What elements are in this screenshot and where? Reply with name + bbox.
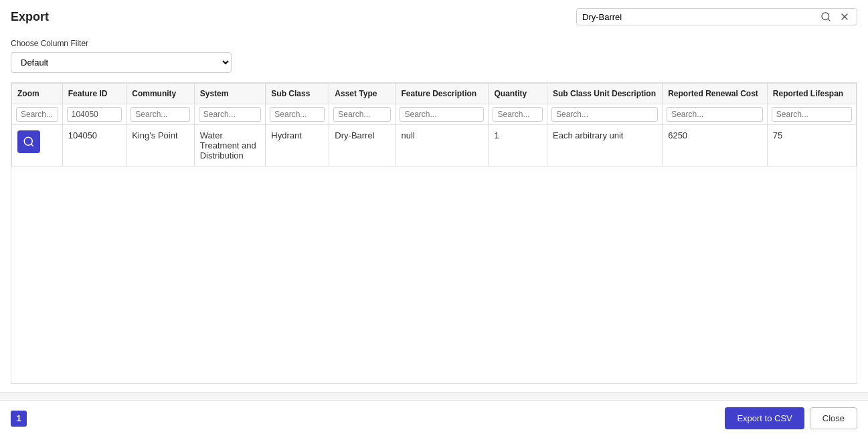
cell-asset-type: Dry-Barrel	[329, 125, 396, 167]
modal-footer: 1 Export to CSV Close	[0, 400, 868, 436]
search-reported-renewal-cost[interactable]	[667, 107, 763, 122]
table-header-row: Zoom Feature ID Community System Sub Cla…	[12, 84, 857, 104]
search-community[interactable]	[131, 107, 189, 122]
footer-buttons: Export to CSV Close	[725, 407, 857, 429]
cell-sub-class: Hydrant	[266, 125, 329, 167]
col-zoom: Zoom	[12, 84, 63, 104]
cell-sub-class-unit-description: Each arbitrary unit	[547, 125, 662, 167]
zoom-button[interactable]	[17, 130, 40, 153]
col-system: System	[194, 84, 266, 104]
search-col-feature-description	[396, 104, 489, 125]
page-badge: 1	[11, 411, 27, 427]
modal-body: Choose Column Filter Default Zoom Featur…	[0, 31, 868, 392]
search-zoom[interactable]	[16, 107, 58, 122]
search-input[interactable]	[582, 12, 819, 22]
svg-line-5	[31, 144, 33, 146]
zoom-icon	[23, 136, 35, 148]
table-wrapper[interactable]: Zoom Feature ID Community System Sub Cla…	[11, 82, 857, 384]
data-table: Zoom Feature ID Community System Sub Cla…	[11, 83, 857, 167]
search-col-quantity	[489, 104, 547, 125]
col-sub-class-unit-description: Sub Class Unit Description	[547, 84, 662, 104]
search-bar	[576, 8, 857, 25]
search-bar-icons	[819, 11, 851, 22]
search-sub-class-unit-desc[interactable]	[551, 107, 658, 122]
col-sub-class: Sub Class	[266, 84, 329, 104]
col-quantity: Quantity	[489, 84, 547, 104]
search-system[interactable]	[199, 107, 262, 122]
search-col-feature-id	[62, 104, 126, 125]
cell-reported-lifespan: 75	[767, 125, 856, 167]
search-col-asset-type	[329, 104, 396, 125]
export-csv-button[interactable]: Export to CSV	[725, 407, 804, 429]
search-col-reported-renewal-cost	[663, 104, 768, 125]
search-col-sub-class-unit-desc	[547, 104, 662, 125]
col-reported-renewal-cost: Reported Renewal Cost	[663, 84, 768, 104]
search-asset-type[interactable]	[333, 107, 391, 122]
search-feature-id[interactable]	[67, 107, 122, 122]
close-icon	[839, 11, 850, 22]
cell-feature-id: 104050	[62, 125, 126, 167]
col-feature-id: Feature ID	[62, 84, 126, 104]
table-search-row	[12, 104, 857, 125]
search-icon	[820, 11, 831, 22]
cell-feature-description: null	[396, 125, 489, 167]
col-feature-description: Feature Description	[396, 84, 489, 104]
scrollbar-area[interactable]	[0, 392, 868, 400]
col-community: Community	[126, 84, 194, 104]
search-sub-class[interactable]	[270, 107, 325, 122]
table-row: 104050 King's Point Water Treatment and …	[12, 125, 857, 167]
cell-reported-renewal-cost: 6250	[663, 125, 768, 167]
export-modal: Export Choose Column Filter Default	[0, 0, 868, 436]
modal-title: Export	[11, 10, 49, 24]
col-asset-type: Asset Type	[329, 84, 396, 104]
cell-zoom	[12, 125, 63, 167]
search-col-zoom	[12, 104, 63, 125]
close-button[interactable]: Close	[810, 407, 857, 429]
svg-point-4	[24, 137, 32, 145]
col-reported-lifespan: Reported Lifespan	[767, 84, 856, 104]
cell-system: Water Treatment and Distribution	[194, 125, 266, 167]
search-col-reported-lifespan	[767, 104, 856, 125]
search-quantity[interactable]	[493, 107, 543, 122]
search-col-community	[126, 104, 194, 125]
modal-header: Export	[0, 0, 868, 31]
search-col-system	[194, 104, 266, 125]
cell-community: King's Point	[126, 125, 194, 167]
svg-line-1	[828, 19, 830, 21]
search-reported-lifespan[interactable]	[772, 107, 852, 122]
search-col-sub-class	[266, 104, 329, 125]
search-icon-btn[interactable]	[819, 11, 833, 22]
close-icon-btn[interactable]	[838, 11, 851, 22]
column-filter-select[interactable]: Default	[11, 52, 232, 73]
search-feature-description[interactable]	[400, 107, 484, 122]
cell-quantity: 1	[489, 125, 547, 167]
filter-label: Choose Column Filter	[11, 39, 857, 48]
